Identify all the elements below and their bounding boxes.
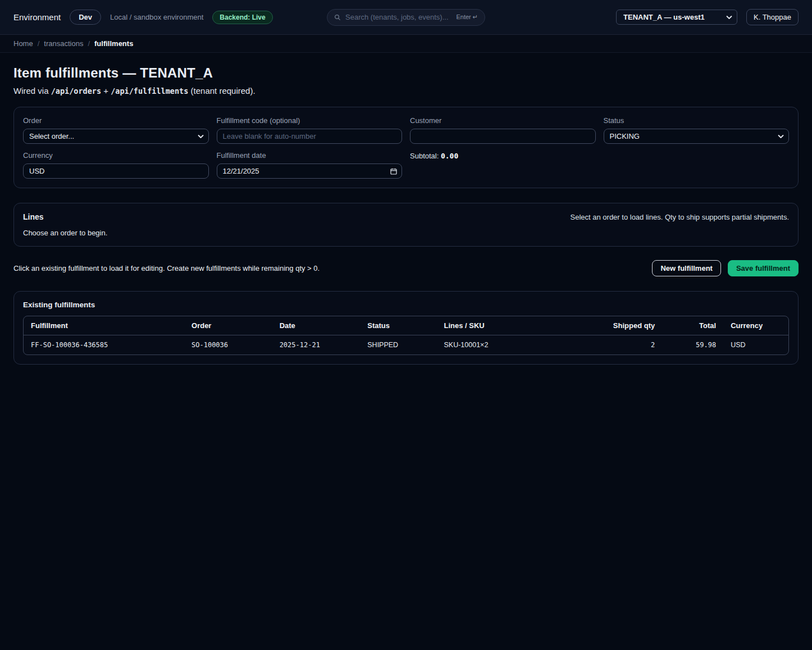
tenant-select-wrap: TENANT_A — us-west1 bbox=[616, 10, 737, 25]
customer-input[interactable] bbox=[410, 129, 596, 144]
column-header: Lines / SKU bbox=[436, 316, 586, 335]
breadcrumb-home[interactable]: Home bbox=[13, 39, 33, 48]
subtotal-value: 0.00 bbox=[441, 152, 458, 160]
column-header: Total bbox=[662, 316, 723, 335]
subtitle-join: + bbox=[101, 86, 111, 96]
date-input-wrap bbox=[217, 163, 403, 179]
global-search[interactable]: Enter ↵ bbox=[327, 9, 485, 26]
top-bar: Environment Dev Local / sandbox environm… bbox=[0, 0, 812, 35]
subtotal-display: Subtotal: 0.00 bbox=[410, 151, 596, 179]
lines-empty-message: Choose an order to begin. bbox=[23, 229, 789, 237]
api-fulfillments-code: /api/fulfillments bbox=[111, 87, 188, 96]
column-header: Shipped qty bbox=[586, 316, 662, 335]
currency-field: Currency bbox=[23, 151, 209, 179]
subtotal-label: Subtotal: bbox=[410, 152, 439, 160]
environment-label: Environment bbox=[13, 12, 61, 22]
breadcrumb-current: fulfillments bbox=[94, 39, 133, 48]
column-header: Status bbox=[360, 316, 436, 335]
search-input[interactable] bbox=[345, 13, 451, 21]
search-icon bbox=[334, 14, 341, 21]
env-dev-button[interactable]: Dev bbox=[70, 10, 101, 25]
fulfillment-date-label: Fulfillment date bbox=[217, 151, 403, 160]
user-button[interactable]: K. Thoppae bbox=[746, 9, 799, 25]
lines-hint: Select an order to load lines. Qty to sh… bbox=[571, 213, 789, 221]
existing-fulfillments-panel: Existing fulfillments FulfillmentOrderDa… bbox=[13, 291, 799, 365]
customer-label: Customer bbox=[410, 116, 596, 125]
existing-fulfillments-title: Existing fulfillments bbox=[23, 301, 789, 309]
actions-row: Click an existing fulfillment to load it… bbox=[13, 260, 799, 276]
table-cell: SO-100036 bbox=[184, 335, 272, 355]
subtitle-suffix: (tenant required). bbox=[188, 86, 255, 96]
breadcrumb: Home / transactions / fulfillments bbox=[0, 35, 812, 53]
table-cell: FF-SO-100036-436585 bbox=[24, 335, 184, 355]
fulfillments-table: FulfillmentOrderDateStatusLines / SKUShi… bbox=[24, 316, 788, 354]
breadcrumb-separator: / bbox=[88, 39, 90, 48]
table-cell: SHIPPED bbox=[360, 335, 436, 355]
table-cell: 2 bbox=[586, 335, 662, 355]
topbar-right-group: TENANT_A — us-west1 K. Thoppae bbox=[494, 9, 799, 25]
customer-field: Customer bbox=[410, 116, 596, 144]
table-row[interactable]: FF-SO-100036-436585SO-1000362025-12-21SH… bbox=[24, 335, 788, 355]
breadcrumb-separator: / bbox=[38, 39, 40, 48]
subtitle-text: Wired via bbox=[13, 86, 51, 96]
status-field: Status PICKING bbox=[604, 116, 790, 144]
currency-label: Currency bbox=[23, 151, 209, 160]
status-label: Status bbox=[604, 116, 790, 125]
table-cell: SKU-10001×2 bbox=[436, 335, 586, 355]
column-header: Date bbox=[272, 316, 361, 335]
fulfillment-code-input[interactable] bbox=[217, 129, 403, 144]
order-field: Order Select order... bbox=[23, 116, 209, 144]
table-header-row: FulfillmentOrderDateStatusLines / SKUShi… bbox=[24, 316, 788, 335]
column-header: Fulfillment bbox=[24, 316, 184, 335]
fulfillment-form-panel: Order Select order... Fulfillment code (… bbox=[13, 107, 799, 188]
backend-live-badge: Backend: Live bbox=[212, 11, 272, 24]
order-select-wrap: Select order... bbox=[23, 129, 209, 144]
environment-description: Local / sandbox environment bbox=[110, 13, 203, 21]
fulfillment-date-input[interactable] bbox=[217, 163, 403, 179]
column-header: Currency bbox=[723, 316, 788, 335]
lines-panel: Lines Select an order to load lines. Qty… bbox=[13, 203, 799, 247]
actions-hint: Click an existing fulfillment to load it… bbox=[13, 264, 320, 272]
tenant-select[interactable]: TENANT_A — us-west1 bbox=[616, 10, 737, 25]
table-cell: 2025-12-21 bbox=[272, 335, 361, 355]
lines-header: Lines Select an order to load lines. Qty… bbox=[23, 212, 789, 221]
fulfillment-date-field: Fulfillment date bbox=[217, 151, 403, 179]
order-label: Order bbox=[23, 116, 209, 125]
api-orders-code: /api/orders bbox=[51, 87, 101, 96]
search-enter-hint: Enter ↵ bbox=[456, 13, 478, 21]
fulfillments-table-wrap: FulfillmentOrderDateStatusLines / SKUShi… bbox=[23, 316, 789, 355]
form-row-2: Currency Fulfillment date Subtotal: 0.00 bbox=[23, 151, 789, 179]
form-row-1: Order Select order... Fulfillment code (… bbox=[23, 116, 789, 144]
lines-title: Lines bbox=[23, 212, 44, 221]
currency-input[interactable] bbox=[23, 163, 209, 179]
page-title: Item fulfillments — TENANT_A bbox=[13, 65, 799, 81]
column-header: Order bbox=[184, 316, 272, 335]
form-spacer bbox=[604, 151, 790, 179]
table-cell: USD bbox=[723, 335, 788, 355]
table-cell: 59.98 bbox=[662, 335, 723, 355]
save-fulfillment-button[interactable]: Save fulfillment bbox=[728, 260, 799, 276]
actions-buttons: New fulfillment Save fulfillment bbox=[652, 260, 799, 276]
fulfillment-code-field: Fulfillment code (optional) bbox=[217, 116, 403, 144]
new-fulfillment-button[interactable]: New fulfillment bbox=[652, 260, 720, 276]
fulfillment-code-label: Fulfillment code (optional) bbox=[217, 116, 403, 125]
breadcrumb-transactions[interactable]: transactions bbox=[44, 39, 83, 48]
topbar-left-group: Environment Dev Local / sandbox environm… bbox=[13, 10, 318, 25]
order-select[interactable]: Select order... bbox=[23, 129, 209, 144]
page-subtitle: Wired via /api/orders + /api/fulfillment… bbox=[13, 86, 799, 96]
status-select[interactable]: PICKING bbox=[604, 129, 790, 144]
fulfillments-tbody: FF-SO-100036-436585SO-1000362025-12-21SH… bbox=[24, 335, 788, 355]
main-content: Item fulfillments — TENANT_A Wired via /… bbox=[0, 65, 812, 365]
status-select-wrap: PICKING bbox=[604, 129, 790, 144]
